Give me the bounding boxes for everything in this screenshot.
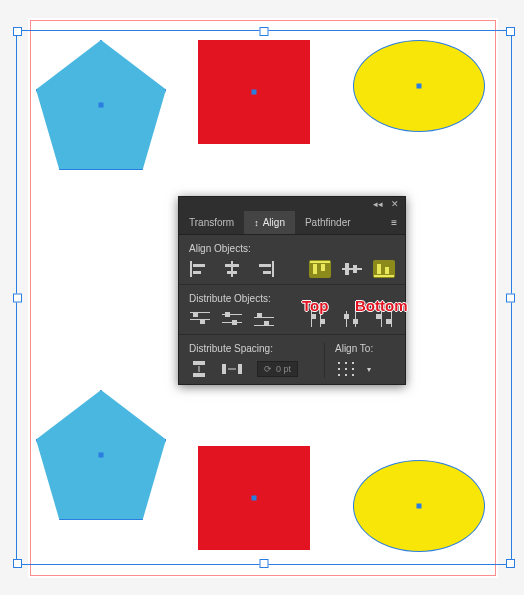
section-distribute-objects: Distribute Objects: <box>179 285 405 335</box>
shape-square-bottom[interactable] <box>198 446 310 550</box>
resize-handle-ne[interactable] <box>506 27 515 36</box>
svg-rect-45 <box>222 364 226 374</box>
dropdown-icon[interactable]: ▾ <box>367 365 371 374</box>
svg-rect-47 <box>228 368 236 370</box>
svg-rect-8 <box>263 271 271 274</box>
svg-rect-38 <box>381 311 382 327</box>
distribute-hspacing-icon[interactable] <box>221 360 243 378</box>
distribute-right-icon[interactable] <box>373 310 395 328</box>
svg-rect-24 <box>225 312 230 317</box>
svg-rect-3 <box>231 261 233 277</box>
align-top-icon[interactable] <box>309 260 331 278</box>
label-distribute-spacing: Distribute Spacing: <box>189 343 314 354</box>
shape-square-top[interactable] <box>198 40 310 144</box>
center-handle[interactable] <box>252 90 257 95</box>
shape-pentagon-top[interactable] <box>36 40 166 170</box>
distribute-vspacing-icon[interactable] <box>189 360 211 378</box>
spacing-input[interactable]: ⟳ 0 pt <box>257 361 298 377</box>
panel-titlebar: ◂◂ ✕ <box>179 197 405 211</box>
distribute-left-icon[interactable] <box>309 310 331 328</box>
distribute-bottom-icon[interactable] <box>253 310 275 328</box>
tab-pathfinder[interactable]: Pathfinder <box>295 211 361 234</box>
distribute-top-icon[interactable] <box>189 310 211 328</box>
label-align-objects: Align Objects: <box>189 243 395 254</box>
center-handle[interactable] <box>99 453 104 458</box>
svg-rect-0 <box>190 261 192 277</box>
svg-rect-2 <box>193 271 201 274</box>
svg-rect-14 <box>353 265 357 273</box>
distribute-hcenter-icon[interactable] <box>341 310 363 328</box>
svg-rect-54 <box>338 374 340 376</box>
svg-rect-50 <box>352 362 354 364</box>
svg-rect-13 <box>345 263 349 275</box>
svg-rect-56 <box>352 374 354 376</box>
svg-rect-7 <box>259 264 271 267</box>
svg-rect-15 <box>374 275 394 277</box>
svg-rect-28 <box>257 313 262 317</box>
align-vcenter-icon[interactable] <box>341 260 363 278</box>
svg-rect-42 <box>193 361 205 365</box>
svg-rect-46 <box>238 364 242 374</box>
resize-handle-e[interactable] <box>506 293 515 302</box>
align-panel[interactable]: ◂◂ ✕ Transform Align Pathfinder ≡ Align … <box>178 196 406 385</box>
svg-rect-27 <box>254 325 274 326</box>
svg-rect-41 <box>386 319 391 324</box>
svg-rect-40 <box>376 314 381 319</box>
label-align-to: Align To: <box>335 343 395 354</box>
svg-rect-33 <box>321 319 325 324</box>
svg-rect-25 <box>232 320 237 325</box>
svg-rect-16 <box>377 264 381 274</box>
svg-rect-52 <box>345 368 347 370</box>
svg-rect-21 <box>200 320 205 324</box>
svg-rect-32 <box>312 314 316 319</box>
center-handle[interactable] <box>252 496 257 501</box>
shape-ellipse-top[interactable] <box>353 40 485 132</box>
shape-pentagon-bottom[interactable] <box>36 390 166 520</box>
svg-rect-9 <box>310 261 330 263</box>
svg-rect-18 <box>190 312 210 313</box>
resize-handle-w[interactable] <box>13 293 22 302</box>
svg-rect-51 <box>338 368 340 370</box>
svg-rect-36 <box>344 314 349 319</box>
resize-handle-sw[interactable] <box>13 559 22 568</box>
section-align-objects: Align Objects: <box>179 235 405 285</box>
tab-align[interactable]: Align <box>244 211 295 234</box>
resize-handle-se[interactable] <box>506 559 515 568</box>
align-left-icon[interactable] <box>189 260 211 278</box>
resize-handle-nw[interactable] <box>13 27 22 36</box>
svg-rect-5 <box>227 271 237 274</box>
svg-rect-29 <box>264 321 269 325</box>
svg-rect-6 <box>272 261 274 277</box>
svg-rect-31 <box>320 311 321 327</box>
svg-rect-1 <box>193 264 205 267</box>
panel-tabs: Transform Align Pathfinder ≡ <box>179 211 405 235</box>
svg-rect-44 <box>198 366 200 372</box>
svg-rect-10 <box>313 264 317 274</box>
svg-rect-39 <box>391 311 392 327</box>
close-icon[interactable]: ✕ <box>391 199 399 209</box>
svg-rect-43 <box>193 373 205 377</box>
svg-rect-17 <box>385 267 389 274</box>
svg-rect-53 <box>352 368 354 370</box>
collapse-icon[interactable]: ◂◂ <box>373 199 383 209</box>
svg-rect-4 <box>225 264 239 267</box>
distribute-vcenter-icon[interactable] <box>221 310 243 328</box>
align-to-selection-icon[interactable] <box>335 360 357 378</box>
svg-rect-26 <box>254 317 274 318</box>
align-right-icon[interactable] <box>253 260 275 278</box>
panel-menu-icon[interactable]: ≡ <box>383 213 405 232</box>
spacing-value: 0 pt <box>276 364 291 374</box>
svg-rect-11 <box>321 264 325 271</box>
svg-rect-48 <box>338 362 340 364</box>
svg-rect-19 <box>190 319 210 320</box>
shape-ellipse-bottom[interactable] <box>353 460 485 552</box>
center-handle[interactable] <box>417 84 422 89</box>
tab-transform[interactable]: Transform <box>179 211 244 234</box>
label-distribute-objects: Distribute Objects: <box>189 293 395 304</box>
center-handle[interactable] <box>99 103 104 108</box>
center-handle[interactable] <box>417 504 422 509</box>
svg-rect-49 <box>345 362 347 364</box>
svg-rect-30 <box>311 311 312 327</box>
align-hcenter-icon[interactable] <box>221 260 243 278</box>
align-bottom-icon[interactable] <box>373 260 395 278</box>
